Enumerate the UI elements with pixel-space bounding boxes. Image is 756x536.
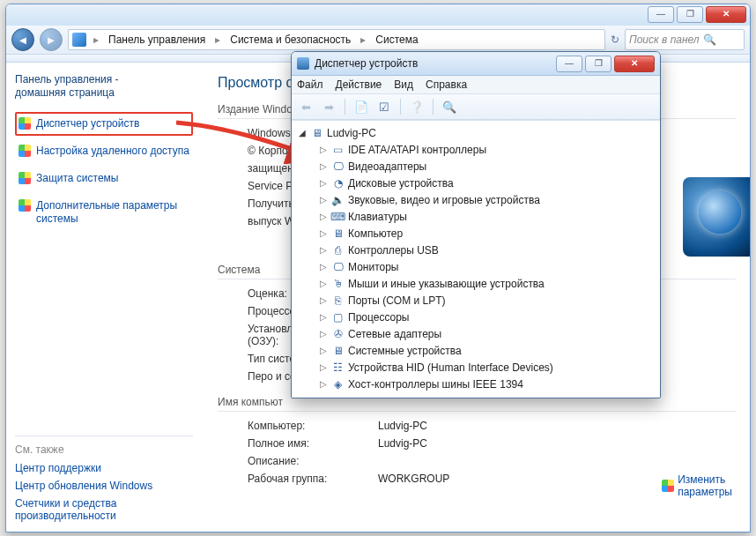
tree-node[interactable]: ⎙Контроллеры USB xyxy=(295,242,656,258)
tree-node-label: Клавиатуры xyxy=(348,211,407,223)
expander-icon[interactable] xyxy=(318,178,328,188)
sidebar-item-system-protection[interactable]: Защита системы xyxy=(15,167,193,190)
tree-node-label: Дисковые устройства xyxy=(348,177,454,190)
name-row: Рабочая группа:WORKGROUP xyxy=(218,470,736,488)
tree-node-label: Мыши и иные указывающие устройства xyxy=(348,278,545,290)
tb-show-hidden-button[interactable]: 📄 xyxy=(351,96,372,117)
mouse-icon: 🖰 xyxy=(331,277,345,290)
address-bar[interactable]: ▸ Панель управления ▸ Система и безопасн… xyxy=(68,29,605,50)
main-maximize-button[interactable] xyxy=(677,6,703,23)
search-box[interactable]: Поиск в панел 🔍 xyxy=(625,29,745,50)
expander-icon[interactable] xyxy=(318,195,328,205)
shield-icon xyxy=(19,199,31,212)
device-tree[interactable]: 🖥Ludvig-PC▭IDE ATA/ATAPI контроллеры🖵Вид… xyxy=(292,120,660,398)
tree-node-label: Устройства HID (Human Interface Devices) xyxy=(348,361,553,374)
search-placeholder: Поиск в панел xyxy=(629,34,700,46)
sidebar: Панель управления - домашняя страница Ди… xyxy=(6,63,202,532)
sidebar-item-device-manager[interactable]: Диспетчер устройств xyxy=(15,112,193,136)
expander-icon[interactable] xyxy=(318,312,328,322)
search-icon: 🔍 xyxy=(703,34,716,46)
dm-title: Диспетчер устройств xyxy=(315,57,551,70)
expander-icon[interactable] xyxy=(318,362,328,372)
expander-icon[interactable] xyxy=(318,245,328,255)
tree-node-label: IDE ATA/ATAPI контроллеры xyxy=(348,144,486,156)
dm-toolbar: ⬅ ➡ 📄 ☑ ❔ 🔍 xyxy=(292,94,660,120)
tree-node[interactable]: ◔Дисковые устройства xyxy=(295,175,656,191)
dm-close-button[interactable] xyxy=(614,56,655,72)
sidebar-item-remote-settings[interactable]: Настройка удаленного доступа xyxy=(15,139,193,163)
tree-node-label: Контроллеры USB xyxy=(348,244,439,257)
fullname-value: Ludvig-PC xyxy=(378,437,427,450)
tree-node[interactable]: 🔈Звуковые, видео и игровые устройства xyxy=(295,191,656,208)
breadcrumb-sep: ▸ xyxy=(357,34,369,46)
expander-icon[interactable] xyxy=(318,161,328,171)
ieee1394-icon: ◈ xyxy=(331,377,345,391)
expander-icon[interactable] xyxy=(318,228,328,238)
expander-icon[interactable] xyxy=(318,279,328,288)
breadcrumb-sep: ▸ xyxy=(211,34,224,46)
expander-icon[interactable] xyxy=(318,145,328,154)
nav-back-button[interactable]: ◄ xyxy=(11,28,34,51)
expander-icon[interactable] xyxy=(318,379,328,389)
main-minimize-button[interactable] xyxy=(648,6,674,23)
nav-forward-button[interactable]: ► xyxy=(40,28,63,51)
display-icon: 🖵 xyxy=(331,160,345,173)
expander-icon[interactable] xyxy=(318,346,328,355)
workgroup-value: WORKGROUP xyxy=(378,473,449,485)
tree-node[interactable]: 🖰Мыши и иные указывающие устройства xyxy=(295,275,656,292)
menu-view[interactable]: Вид xyxy=(394,78,413,91)
tree-node-label: Звуковые, видео и игровые устройства xyxy=(348,194,540,206)
tree-root-node[interactable]: 🖥Ludvig-PC xyxy=(295,124,656,141)
tree-node[interactable]: ⎘Порты (COM и LPT) xyxy=(295,292,656,309)
tree-node[interactable]: 🖥Компьютер xyxy=(295,225,656,242)
breadcrumb-system[interactable]: Система xyxy=(373,34,420,46)
main-titlebar[interactable] xyxy=(6,4,750,26)
expander-icon[interactable] xyxy=(318,329,328,339)
menu-help[interactable]: Справка xyxy=(426,78,467,91)
breadcrumb-control-panel[interactable]: Панель управления xyxy=(106,34,208,46)
usb-icon: ⎙ xyxy=(331,243,345,257)
control-panel-home-link[interactable]: Панель управления - домашняя страница xyxy=(15,73,193,100)
tree-node[interactable]: ☷Устройства HID (Human Interface Devices… xyxy=(295,359,656,376)
dm-titlebar[interactable]: Диспетчер устройств xyxy=(292,52,660,76)
tree-node[interactable]: 🖵Видеоадаптеры xyxy=(295,158,656,175)
sidebar-item-advanced-settings[interactable]: Дополнительные параметры системы xyxy=(15,194,193,231)
tb-properties-button[interactable]: ☑ xyxy=(374,96,395,117)
breadcrumb-sep: ▸ xyxy=(90,34,102,46)
see-also-action-center[interactable]: Центр поддержки xyxy=(15,459,193,477)
menu-action[interactable]: Действие xyxy=(336,78,382,91)
expander-icon[interactable] xyxy=(318,212,328,221)
tree-node-label: Системные устройства xyxy=(348,345,462,357)
tree-node-label: Компьютер xyxy=(348,227,403,240)
tree-node-label: Порты (COM и LPT) xyxy=(348,294,446,307)
tree-node[interactable]: 🖵Мониторы xyxy=(295,258,656,275)
expander-icon[interactable] xyxy=(297,128,307,138)
tree-node[interactable]: ▭IDE ATA/ATAPI контроллеры xyxy=(295,141,656,158)
tree-node[interactable]: ⌨Клавиатуры xyxy=(295,208,656,225)
expander-icon[interactable] xyxy=(318,262,328,272)
main-close-button[interactable] xyxy=(706,6,746,23)
tb-help-button[interactable]: ❔ xyxy=(406,96,427,117)
see-also-performance[interactable]: Счетчики и средства производительности xyxy=(15,495,193,525)
dm-minimize-button[interactable] xyxy=(556,56,582,72)
tree-node[interactable]: 🖥Системные устройства xyxy=(295,342,656,359)
tb-forward-button: ➡ xyxy=(318,96,339,117)
change-settings-link[interactable]: Изменить параметры xyxy=(662,473,732,498)
menu-file[interactable]: Файл xyxy=(297,78,323,91)
change-settings-label: Изменить параметры xyxy=(678,473,732,498)
expander-icon[interactable] xyxy=(318,295,328,305)
refresh-icon[interactable]: ↻ xyxy=(611,34,619,46)
tb-scan-button[interactable]: 🔍 xyxy=(439,96,460,117)
hid-icon: ☷ xyxy=(331,361,345,374)
tree-node[interactable]: ◈Хост-контроллеры шины IEEE 1394 xyxy=(295,376,656,392)
tree-node[interactable]: ▢Процессоры xyxy=(295,309,656,325)
shield-icon xyxy=(662,480,674,492)
disk-icon: ◔ xyxy=(331,176,345,190)
system-icon: 🖥 xyxy=(331,344,345,357)
tree-node-label: Мониторы xyxy=(348,261,398,273)
sound-icon: 🔈 xyxy=(331,193,345,206)
dm-maximize-button[interactable] xyxy=(585,56,611,72)
tree-node[interactable]: ✇Сетевые адаптеры xyxy=(295,325,656,342)
see-also-windows-update[interactable]: Центр обновления Windows xyxy=(15,477,193,495)
breadcrumb-security[interactable]: Система и безопасность xyxy=(227,34,353,46)
